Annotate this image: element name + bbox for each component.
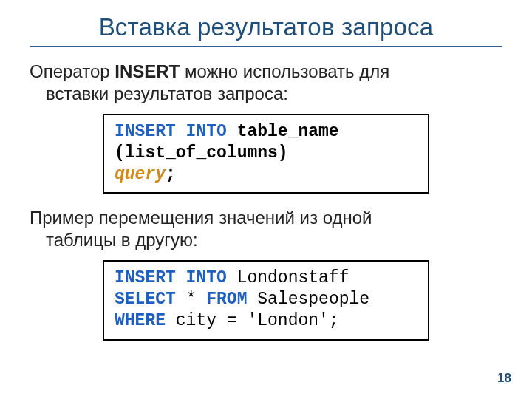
para2-line2: таблицы в другую:: [46, 230, 198, 250]
code2-kw-where: WHERE: [115, 311, 166, 330]
code2-tail: city = 'London';: [166, 311, 339, 330]
paragraph-1: Оператор INSERT можно использовать для в…: [30, 61, 502, 105]
code-block-example: INSERT INTO Londonstaff SELECT * FROM Sa…: [103, 260, 429, 340]
code1-columns: (list_of_columns): [115, 143, 288, 163]
paragraph-2: Пример перемещения значений из одной таб…: [30, 207, 502, 251]
code1-kw-insert-into: INSERT INTO: [115, 122, 227, 141]
para1-lead: Оператор: [30, 61, 115, 81]
code1-semi: ;: [166, 165, 176, 184]
title-underline: [30, 46, 502, 47]
slide: Вставка результатов запроса Оператор INS…: [0, 0, 532, 399]
para1-tail-b: вставки результатов запроса:: [46, 83, 288, 103]
code2-id2: Salespeople: [247, 290, 369, 309]
page-number: 18: [497, 371, 511, 386]
code2-kw-from: FROM: [206, 290, 247, 309]
para1-keyword: INSERT: [115, 61, 180, 81]
slide-title: Вставка результатов запроса: [30, 13, 502, 41]
para2-line1: Пример перемещения значений из одной: [30, 208, 372, 228]
code2-star: *: [176, 290, 206, 309]
para1-tail-a: можно использовать для: [180, 61, 389, 81]
code2-id1: Londonstaff: [227, 268, 349, 287]
code-block-syntax: INSERT INTO table_name (list_of_columns)…: [103, 114, 429, 194]
code1-tablename: table_name: [227, 122, 339, 141]
code1-query: query: [115, 165, 166, 184]
code2-kw-select: SELECT: [115, 290, 176, 309]
code2-kw-insert-into: INSERT INTO: [115, 268, 227, 287]
